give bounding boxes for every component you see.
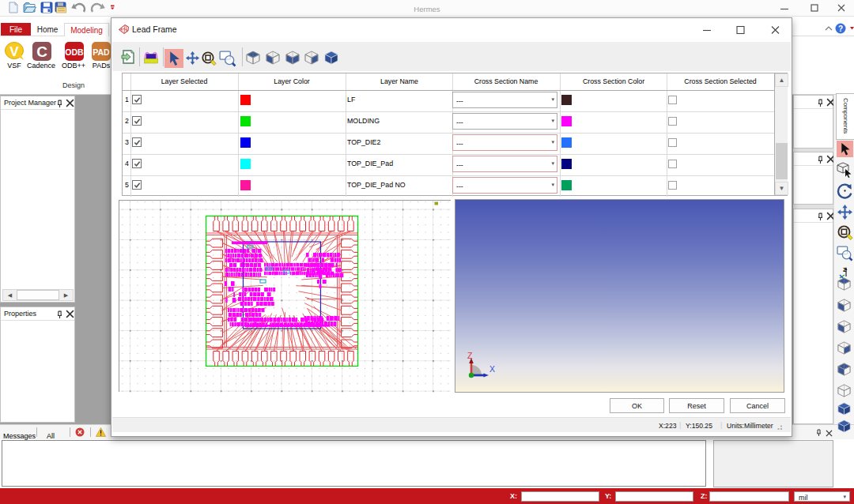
svg-text:?: ? xyxy=(838,24,843,33)
svg-text:ODB: ODB xyxy=(65,47,84,57)
svg-text:PAD: PAD xyxy=(93,47,110,57)
svg-text:C: C xyxy=(36,43,47,60)
svg-text:V: V xyxy=(9,44,19,59)
svg-text:X: X xyxy=(489,364,495,374)
svg-text:Z: Z xyxy=(467,351,473,360)
